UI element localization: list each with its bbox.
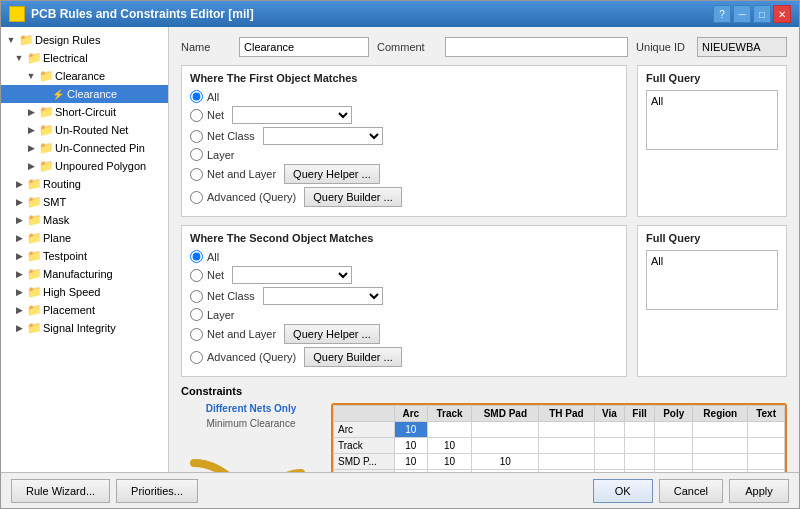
help-button[interactable]: ? xyxy=(713,5,731,23)
sidebar-item-manufacturing[interactable]: ▶ 📁 Manufacturing xyxy=(1,265,168,283)
sidebar-item-mask[interactable]: ▶ 📁 Mask xyxy=(1,211,168,229)
cell[interactable] xyxy=(539,422,594,438)
second-match-netclass-radio[interactable] xyxy=(190,290,203,303)
second-match-layer-radio[interactable] xyxy=(190,308,203,321)
cell[interactable] xyxy=(472,422,539,438)
expand-icon[interactable]: ▶ xyxy=(25,124,37,136)
first-query-helper-button[interactable]: Query Helper ... xyxy=(284,164,380,184)
cell[interactable] xyxy=(472,438,539,454)
cell[interactable]: 10 xyxy=(394,454,427,470)
name-input[interactable] xyxy=(239,37,369,57)
expand-icon[interactable]: ▼ xyxy=(25,70,37,82)
sidebar-item-testpoint[interactable]: ▶ 📁 Testpoint xyxy=(1,247,168,265)
cell[interactable] xyxy=(748,422,785,438)
second-full-query-section: Full Query All xyxy=(637,225,787,377)
cell[interactable] xyxy=(539,438,594,454)
second-query-helper-button[interactable]: Query Helper ... xyxy=(284,324,380,344)
close-button[interactable]: ✕ xyxy=(773,5,791,23)
sidebar-item-clearance-group[interactable]: ▼ 📁 Clearance xyxy=(1,67,168,85)
sidebar-item-routing[interactable]: ▶ 📁 Routing xyxy=(1,175,168,193)
second-query-builder-button[interactable]: Query Builder ... xyxy=(304,347,401,367)
expand-icon[interactable]: ▶ xyxy=(13,214,25,226)
cell[interactable] xyxy=(625,438,655,454)
expand-icon[interactable]: ▶ xyxy=(13,322,25,334)
minimize-button[interactable]: ─ xyxy=(733,5,751,23)
cell[interactable] xyxy=(693,454,748,470)
expand-icon[interactable]: ▶ xyxy=(25,160,37,172)
expand-icon[interactable]: ▼ xyxy=(5,34,17,46)
rule-wizard-button[interactable]: Rule Wizard... xyxy=(11,479,110,503)
expand-icon[interactable]: ▶ xyxy=(25,142,37,154)
cell[interactable] xyxy=(655,438,693,454)
apply-button[interactable]: Apply xyxy=(729,479,789,503)
sidebar-item-clearance-rule[interactable]: ⚡ Clearance xyxy=(1,85,168,103)
sidebar-item-design-rules[interactable]: ▼ 📁 Design Rules xyxy=(1,31,168,49)
cell[interactable] xyxy=(625,454,655,470)
expand-icon[interactable]: ▶ xyxy=(13,304,25,316)
cell[interactable] xyxy=(748,438,785,454)
sidebar-item-signal-integrity[interactable]: ▶ 📁 Signal Integrity xyxy=(1,319,168,337)
sidebar-item-placement[interactable]: ▶ 📁 Placement xyxy=(1,301,168,319)
expand-icon[interactable]: ▶ xyxy=(13,178,25,190)
second-match-net-dropdown[interactable] xyxy=(232,266,352,284)
second-match-netclass-dropdown[interactable] xyxy=(263,287,383,305)
expand-icon[interactable]: ▶ xyxy=(13,268,25,280)
expand-icon[interactable]: ▶ xyxy=(13,286,25,298)
second-match-netandlayer-radio[interactable] xyxy=(190,328,203,341)
expand-icon[interactable]: ▶ xyxy=(25,106,37,118)
sidebar-item-short-circuit[interactable]: ▶ 📁 Short-Circuit xyxy=(1,103,168,121)
first-match-netclass-dropdown[interactable] xyxy=(263,127,383,145)
cell[interactable] xyxy=(427,422,472,438)
title-bar-buttons: ? ─ □ ✕ xyxy=(713,5,791,23)
second-match-net-radio[interactable] xyxy=(190,269,203,282)
first-match-netandlayer-radio[interactable] xyxy=(190,168,203,181)
first-match-netandlayer-label: Net and Layer xyxy=(207,168,276,180)
cancel-button[interactable]: Cancel xyxy=(659,479,723,503)
cell[interactable] xyxy=(693,422,748,438)
cell[interactable] xyxy=(594,438,624,454)
cell[interactable] xyxy=(594,454,624,470)
second-match-section: Where The Second Object Matches All Net … xyxy=(181,225,627,377)
folder-icon: 📁 xyxy=(27,321,41,335)
table-row: Arc10 xyxy=(334,422,785,438)
maximize-button[interactable]: □ xyxy=(753,5,771,23)
cell[interactable] xyxy=(655,422,693,438)
sidebar-item-plane[interactable]: ▶ 📁 Plane xyxy=(1,229,168,247)
sidebar-item-un-routed-net[interactable]: ▶ 📁 Un-Routed Net xyxy=(1,121,168,139)
second-match-advanced-radio[interactable] xyxy=(190,351,203,364)
sidebar-item-un-connected-pin[interactable]: ▶ 📁 Un-Connected Pin xyxy=(1,139,168,157)
ok-button[interactable]: OK xyxy=(593,479,653,503)
cell[interactable]: 10 xyxy=(394,422,427,438)
sidebar-item-electrical[interactable]: ▼ 📁 Electrical xyxy=(1,49,168,67)
expand-icon[interactable]: ▶ xyxy=(13,232,25,244)
cell[interactable]: 10 xyxy=(427,438,472,454)
first-match-netclass-radio[interactable] xyxy=(190,130,203,143)
first-query-builder-button[interactable]: Query Builder ... xyxy=(304,187,401,207)
first-match-all-radio[interactable] xyxy=(190,90,203,103)
sidebar-item-high-speed[interactable]: ▶ 📁 High Speed xyxy=(1,283,168,301)
cell[interactable]: 10 xyxy=(472,454,539,470)
cell[interactable] xyxy=(693,438,748,454)
cell[interactable] xyxy=(594,422,624,438)
expand-icon[interactable]: ▶ xyxy=(13,250,25,262)
first-match-advanced-radio[interactable] xyxy=(190,191,203,204)
cell[interactable]: 10 xyxy=(427,454,472,470)
second-match-all-radio[interactable] xyxy=(190,250,203,263)
expand-icon[interactable]: ▶ xyxy=(13,196,25,208)
expand-icon[interactable]: ▼ xyxy=(13,52,25,64)
cell[interactable] xyxy=(625,422,655,438)
first-match-layer-radio[interactable] xyxy=(190,148,203,161)
cell[interactable] xyxy=(655,454,693,470)
cell[interactable] xyxy=(748,454,785,470)
first-match-net-radio[interactable] xyxy=(190,109,203,122)
sidebar-item-unpoured-polygon[interactable]: ▶ 📁 Unpoured Polygon xyxy=(1,157,168,175)
priorities-button[interactable]: Priorities... xyxy=(116,479,198,503)
first-match-all-label: All xyxy=(207,91,219,103)
sidebar-item-smt[interactable]: ▶ 📁 SMT xyxy=(1,193,168,211)
sidebar-label: Clearance xyxy=(55,70,105,82)
cell[interactable]: 10 xyxy=(394,438,427,454)
comment-input[interactable] xyxy=(445,37,628,57)
first-match-net-dropdown[interactable] xyxy=(232,106,352,124)
cell[interactable] xyxy=(539,454,594,470)
uid-input[interactable] xyxy=(697,37,787,57)
